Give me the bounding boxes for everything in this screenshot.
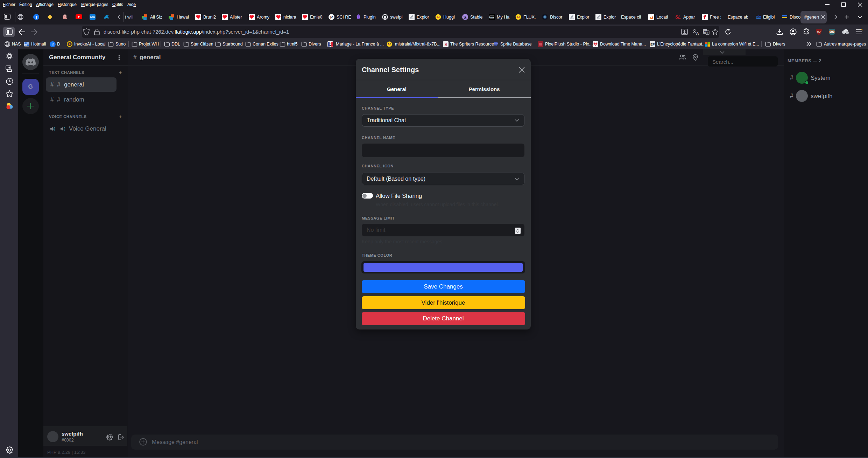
svg-text:CLOVO: CLOVO bbox=[489, 16, 494, 18]
svg-text:?: ? bbox=[707, 32, 708, 35]
svg-text:SL: SL bbox=[675, 15, 681, 20]
svg-text:EF: EF bbox=[650, 42, 655, 46]
svg-text:DSM: DSM bbox=[90, 16, 95, 19]
svg-text:S: S bbox=[444, 42, 447, 47]
svg-text:adn: adn bbox=[756, 15, 761, 18]
svg-text:P: P bbox=[330, 15, 333, 19]
svg-text:S: S bbox=[464, 15, 466, 19]
svg-text:uO: uO bbox=[817, 30, 821, 33]
svg-text:A: A bbox=[696, 31, 699, 35]
